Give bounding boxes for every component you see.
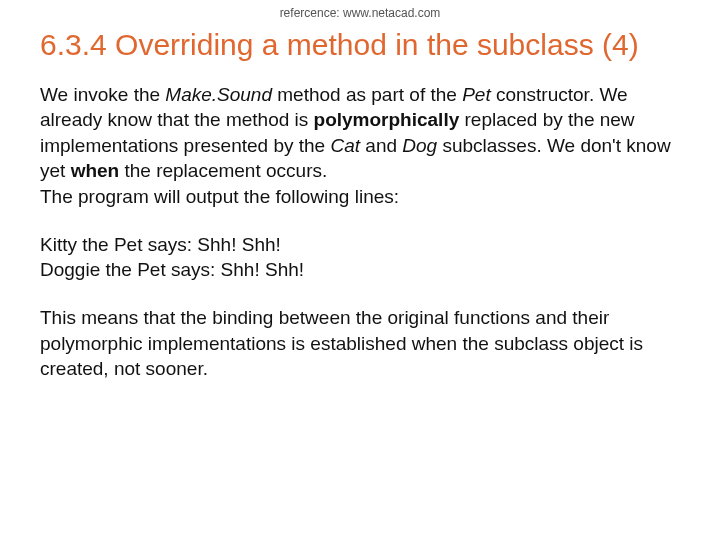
dog-term: Dog [402,135,437,156]
polymorphically-term: polymorphically [314,109,460,130]
output-line-2: Doggie the Pet says: Shh! Shh! [40,259,304,280]
reference-text: refercence: www.netacad.com [0,0,720,22]
slide: refercence: www.netacad.com 6.3.4 Overri… [0,0,720,540]
text: We invoke the [40,84,165,105]
program-output: Kitty the Pet says: Shh! Shh! Doggie the… [40,232,680,283]
makesound-term: Make.Sound [165,84,272,105]
text: and [360,135,402,156]
paragraph-conclusion: This means that the binding between the … [40,305,680,382]
pet-term: Pet [462,84,491,105]
paragraph-intro: We invoke the Make.Sound method as part … [40,82,680,210]
page-title: 6.3.4 Overriding a method in the subclas… [0,22,720,82]
text: The program will output the following li… [40,186,399,207]
cat-term: Cat [330,135,360,156]
slide-body: We invoke the Make.Sound method as part … [0,82,720,382]
text: the replacement occurs. [119,160,327,181]
when-term: when [71,160,120,181]
output-line-1: Kitty the Pet says: Shh! Shh! [40,234,281,255]
text: method as part of the [272,84,462,105]
